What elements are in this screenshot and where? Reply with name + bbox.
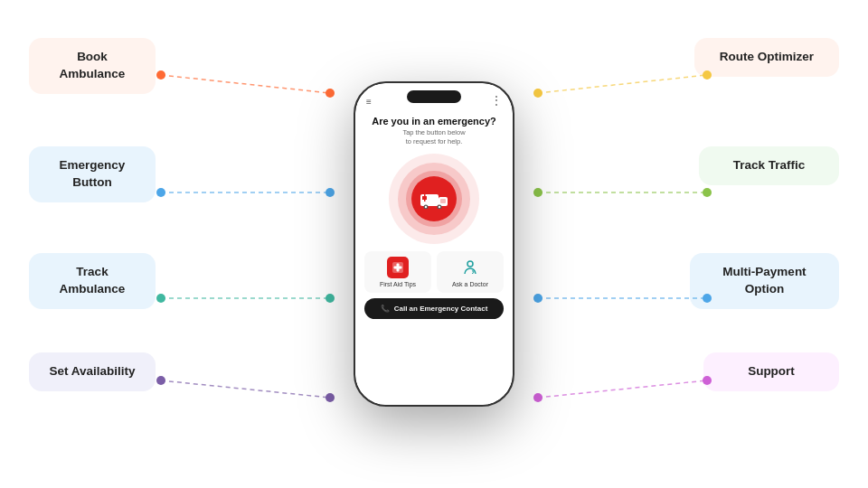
feature-emergency-button[interactable]: EmergencyButton <box>29 146 156 202</box>
feature-support[interactable]: Support <box>703 352 839 391</box>
svg-line-9 <box>161 380 330 398</box>
first-aid-label: First Aid Tips <box>380 281 416 287</box>
svg-point-22 <box>533 393 542 402</box>
emergency-button-area[interactable] <box>389 154 479 244</box>
doctor-icon <box>459 257 481 278</box>
ambulance-icon <box>420 189 448 209</box>
feature-route-optimizer[interactable]: Route Optimizer <box>694 38 839 77</box>
svg-point-19 <box>533 294 542 303</box>
svg-point-8 <box>326 294 335 303</box>
svg-point-2 <box>326 89 335 98</box>
svg-point-4 <box>156 188 165 197</box>
main-layout: Book Ambulance EmergencyButton TrackAmbu… <box>0 0 868 488</box>
svg-point-11 <box>326 393 335 402</box>
feature-set-availability[interactable]: Set Availability <box>29 352 156 391</box>
feature-track-ambulance[interactable]: TrackAmbulance <box>29 253 156 309</box>
phone-notch <box>407 90 461 103</box>
svg-point-5 <box>326 188 335 197</box>
svg-point-30 <box>425 205 427 207</box>
phone-call-icon: 📞 <box>381 305 390 313</box>
svg-point-1 <box>156 70 165 80</box>
first-aid-card[interactable]: First Aid Tips <box>364 251 431 293</box>
ask-doctor-card[interactable]: Ask a Doctor <box>437 251 504 293</box>
phone-content: Are you in an emergency? Tap the button … <box>355 110 513 405</box>
phone-subtitle: Tap the button belowto request for help. <box>402 128 465 146</box>
svg-rect-28 <box>422 197 427 199</box>
svg-point-10 <box>156 376 165 385</box>
svg-line-0 <box>161 75 330 93</box>
svg-rect-24 <box>420 194 439 206</box>
ask-doctor-label: Ask a Doctor <box>452 281 488 287</box>
bottom-cards: First Aid Tips Ask a Doctor <box>364 251 504 293</box>
feature-multi-payment[interactable]: Multi-PaymentOption <box>690 253 839 309</box>
phone-device: ≡ ⋮ Are you in an emergency? Tap the but… <box>354 81 514 407</box>
call-emergency-button[interactable]: 📞 Call an Emergency Contact <box>364 298 504 319</box>
svg-point-32 <box>439 205 440 207</box>
menu-icon[interactable]: ≡ <box>366 97 373 107</box>
svg-rect-36 <box>394 266 402 268</box>
emergency-circle[interactable] <box>411 176 457 221</box>
phone-screen: ≡ ⋮ Are you in an emergency? Tap the but… <box>355 83 513 405</box>
svg-point-13 <box>533 89 542 98</box>
svg-point-7 <box>156 294 165 303</box>
call-button-label: Call an Emergency Contact <box>394 305 488 313</box>
svg-point-17 <box>703 188 712 197</box>
phone-title: Are you in an emergency? <box>372 116 496 127</box>
svg-rect-33 <box>440 199 446 203</box>
first-aid-icon <box>387 257 409 278</box>
svg-line-12 <box>538 75 707 93</box>
phone-mockup: ≡ ⋮ Are you in an emergency? Tap the but… <box>354 81 514 407</box>
more-icon[interactable]: ⋮ <box>491 94 502 107</box>
feature-book-ambulance[interactable]: Book Ambulance <box>29 38 156 94</box>
svg-point-16 <box>533 188 542 197</box>
feature-track-traffic[interactable]: Track Traffic <box>699 146 839 185</box>
svg-line-21 <box>538 380 707 398</box>
svg-point-37 <box>467 261 473 267</box>
